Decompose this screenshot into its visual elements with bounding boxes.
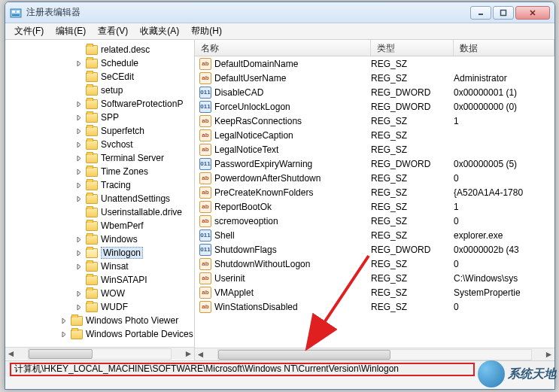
svg-rect-2: [17, 11, 20, 13]
value-data: 0x00000005 (5): [454, 159, 554, 169]
tree-label: WinSATAPI: [101, 275, 147, 285]
value-name: LegalNoticeText: [214, 144, 371, 155]
expand-icon[interactable]: [76, 290, 84, 298]
tree-item[interactable]: Userinstallable.drive: [5, 205, 194, 219]
value-data: explorer.exe: [454, 230, 554, 241]
tree-label: SPP: [101, 112, 119, 123]
tree-item[interactable]: related.desc: [5, 43, 194, 56]
window-buttons: [470, 6, 550, 20]
value-row[interactable]: 011ShutdownFlagsREG_DWORD0x0000002b (43: [195, 242, 554, 257]
minimize-button[interactable]: [470, 6, 491, 20]
value-row[interactable]: 011DisableCADREG_DWORD0x00000001 (1): [195, 85, 554, 99]
scroll-thumb[interactable]: [218, 350, 390, 360]
leaf-icon: [76, 208, 84, 217]
menu-favorites[interactable]: 收藏夹(A): [134, 23, 185, 39]
tree-item[interactable]: Winsat: [5, 260, 194, 273]
tree-item[interactable]: WbemPerf: [5, 219, 194, 232]
tree-item[interactable]: setup: [5, 84, 194, 97]
value-row[interactable]: abPreCreateKnownFoldersREG_SZ{A520A1A4-1…: [195, 185, 554, 199]
value-row[interactable]: abDefaultDomainNameREG_SZ: [195, 56, 554, 71]
tree-item[interactable]: Schedule: [5, 56, 194, 70]
scroll-thumb[interactable]: [29, 349, 93, 359]
tree-item[interactable]: Windows: [5, 232, 194, 246]
tree-item[interactable]: SPP: [5, 111, 194, 124]
maximize-button[interactable]: [493, 6, 514, 20]
col-data[interactable]: 数据: [454, 40, 554, 56]
value-row[interactable]: abVMAppletREG_SZSystemPropertie: [195, 285, 554, 299]
tree-item[interactable]: WOW: [5, 287, 194, 300]
tree-item[interactable]: Superfetch: [5, 124, 194, 138]
value-data: 0: [454, 173, 554, 184]
expand-icon[interactable]: [61, 330, 69, 339]
menu-help[interactable]: 帮助(H): [185, 23, 228, 39]
value-row[interactable]: abPowerdownAfterShutdownREG_SZ0: [195, 171, 554, 185]
tree-item[interactable]: Terminal Server: [5, 151, 194, 165]
expand-icon[interactable]: [76, 263, 84, 271]
dword-value-icon: 011: [199, 158, 211, 170]
expand-icon[interactable]: [76, 236, 84, 244]
expand-icon[interactable]: [76, 195, 84, 203]
tree-item[interactable]: Winlogon: [5, 246, 194, 260]
app-icon: [10, 7, 22, 19]
tree-label: Time Zones: [101, 166, 148, 177]
menu-edit[interactable]: 编辑(E): [50, 23, 92, 39]
value-row[interactable]: abDefaultUserNameREG_SZAdministrator: [195, 71, 554, 85]
scroll-left-icon[interactable]: ◄: [195, 349, 206, 360]
value-row[interactable]: abKeepRasConnectionsREG_SZ1: [195, 114, 554, 128]
expand-icon[interactable]: [76, 141, 84, 149]
value-type: REG_SZ: [371, 59, 454, 69]
expand-icon[interactable]: [76, 59, 84, 68]
menu-view[interactable]: 查看(V): [92, 23, 134, 39]
value-row[interactable]: 011ShellREG_SZexplorer.exe: [195, 228, 554, 242]
titlebar[interactable]: 注册表编辑器: [5, 2, 554, 23]
value-row[interactable]: abUserinitREG_SZC:\Windows\sys: [195, 271, 554, 285]
tree-item[interactable]: UnattendSettings: [5, 192, 194, 205]
expand-icon[interactable]: [76, 249, 84, 257]
scroll-right-icon[interactable]: ►: [183, 348, 194, 360]
value-name: PowerdownAfterShutdown: [214, 173, 371, 184]
tree-item[interactable]: WinSATAPI: [5, 273, 194, 287]
col-type[interactable]: 类型: [371, 40, 454, 56]
close-button[interactable]: [515, 6, 550, 20]
tree-item[interactable]: Tracing: [5, 178, 194, 192]
tree-item[interactable]: SeCEdit: [5, 70, 194, 84]
menu-file[interactable]: 文件(F): [8, 23, 50, 39]
expand-icon[interactable]: [76, 114, 84, 122]
list-hscroll[interactable]: ◄ ►: [195, 348, 554, 360]
scroll-right-icon[interactable]: ►: [543, 349, 554, 360]
folder-icon: [86, 262, 98, 272]
tree-item[interactable]: Windows Portable Devices: [5, 327, 194, 341]
value-data: 1: [454, 202, 554, 212]
value-row[interactable]: 011ForceUnlockLogonREG_DWORD0x00000000 (…: [195, 99, 554, 114]
value-row[interactable]: abWinStationsDisabledREG_SZ0: [195, 299, 554, 314]
value-row[interactable]: abscremoveoptionREG_SZ0: [195, 214, 554, 228]
tree-label: Svchost: [101, 139, 133, 150]
tree-item[interactable]: Time Zones: [5, 165, 194, 178]
value-row[interactable]: abLegalNoticeTextREG_SZ: [195, 142, 554, 156]
value-row[interactable]: abShutdownWithoutLogonREG_SZ0: [195, 257, 554, 271]
expand-icon[interactable]: [76, 100, 84, 108]
tree-label: Winlogon: [101, 247, 143, 259]
folder-icon: [71, 316, 83, 326]
value-row[interactable]: abLegalNoticeCaptionREG_SZ: [195, 128, 554, 142]
tree-item[interactable]: WUDF: [5, 300, 194, 314]
values-list[interactable]: abDefaultDomainNameREG_SZabDefaultUserNa…: [195, 56, 554, 348]
scroll-left-icon[interactable]: ◄: [5, 348, 17, 360]
value-type: REG_DWORD: [371, 245, 454, 255]
expand-icon[interactable]: [76, 303, 84, 311]
expand-icon[interactable]: [76, 154, 84, 163]
regedit-window: 注册表编辑器 文件(F) 编辑(E) 查看(V) 收藏夹(A) 帮助(H) re…: [5, 2, 555, 390]
tree-hscroll[interactable]: ◄ ►: [5, 347, 194, 360]
value-row[interactable]: abReportBootOkREG_SZ1: [195, 199, 554, 214]
col-name[interactable]: 名称: [195, 40, 371, 56]
expand-icon[interactable]: [76, 181, 84, 190]
registry-tree[interactable]: related.descScheduleSeCEditsetupSoftware…: [5, 40, 194, 347]
expand-icon[interactable]: [76, 168, 84, 176]
folder-icon: [86, 208, 98, 217]
tree-item[interactable]: Windows Photo Viewer: [5, 314, 194, 327]
value-row[interactable]: 011PasswordExpiryWarningREG_DWORD0x00000…: [195, 156, 554, 171]
tree-item[interactable]: Svchost: [5, 138, 194, 151]
expand-icon[interactable]: [61, 317, 69, 325]
tree-item[interactable]: SoftwareProtectionP: [5, 97, 194, 111]
expand-icon[interactable]: [76, 127, 84, 135]
